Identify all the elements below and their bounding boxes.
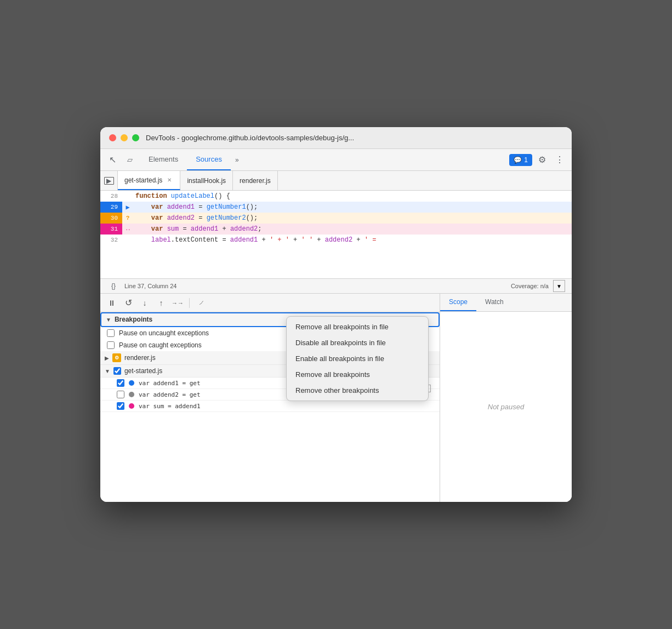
toolbar-separator — [189, 298, 190, 308]
status-right: Coverage: n/a ▼ — [511, 280, 565, 292]
get-started-file-checkbox[interactable] — [113, 367, 121, 375]
pause-caught-label: Pause on caught exceptions — [119, 341, 202, 349]
bp3-color — [129, 403, 134, 409]
more-tabs-button[interactable]: » — [231, 149, 243, 170]
code-line-30: 30 ? var addend2 = getNumber2(); — [100, 213, 572, 224]
pause-icon: ⏸ — [108, 299, 116, 307]
debug-toolbar: ⏸ ↺ ↓ ↑ →→ ⟋ — [100, 294, 440, 312]
context-menu-item-2[interactable]: Disable all breakpoints in file — [287, 335, 428, 351]
cursor-position: Line 37, Column 24 — [124, 283, 176, 289]
badge-count: 1 — [524, 156, 528, 164]
scope-content: Not paused — [440, 312, 572, 502]
tab-elements[interactable]: Elements — [140, 149, 187, 170]
device-toggle-button[interactable]: ▱ — [122, 152, 138, 168]
step-over-button[interactable]: ↺ — [121, 296, 135, 310]
traffic-lights — [109, 134, 139, 141]
panel-toggle-button[interactable]: ▶ — [100, 171, 118, 191]
context-menu: Remove all breakpoints in file Disable a… — [286, 316, 429, 401]
bp3-code: var sum = addend1 — [139, 403, 201, 410]
bp2-checkbox[interactable] — [117, 391, 124, 398]
deactivate-icon: ⟋ — [198, 299, 205, 307]
context-menu-item-3[interactable]: Enable all breakpoints in file — [287, 351, 428, 367]
pause-uncaught-label: Pause on uncaught exceptions — [119, 329, 209, 337]
section-toggle-icon: ▼ — [106, 317, 111, 323]
pause-caught-checkbox[interactable] — [107, 341, 115, 349]
code-line-28: 28 function updateLabel() { — [100, 191, 572, 202]
breakpoints-title: Breakpoints — [115, 316, 152, 323]
scope-tabs: Scope Watch — [440, 294, 572, 312]
context-menu-item-4[interactable]: Remove all breakpoints — [287, 367, 428, 382]
step-over-icon: ↺ — [125, 298, 132, 308]
toolbar-right: 💬 1 ⚙ ⋮ — [509, 152, 567, 168]
dropdown-icon: ▼ — [556, 283, 562, 289]
main-toolbar: ↖ ▱ Elements Sources » 💬 1 ⚙ ⋮ — [100, 149, 572, 171]
step-into-icon: ↓ — [143, 299, 147, 307]
devtools-window: DevTools - googlechrome.github.io/devtoo… — [100, 127, 572, 502]
step-out-icon: ↑ — [160, 299, 163, 307]
tab-sources[interactable]: Sources — [187, 149, 231, 170]
step-button[interactable]: →→ — [170, 296, 185, 310]
context-menu-item-5[interactable]: Remove other breakpoints — [287, 382, 428, 398]
notifications-button[interactable]: 💬 1 — [509, 154, 532, 166]
gear-icon: ⚙ — [538, 155, 546, 165]
get-started-filename: get-started.js — [124, 367, 162, 375]
format-button[interactable]: {} — [107, 279, 120, 293]
renderer-filename: renderer.js — [124, 354, 156, 362]
bp2-color — [129, 392, 134, 397]
step-into-button[interactable]: ↓ — [138, 296, 152, 310]
step-icon: →→ — [172, 300, 184, 306]
bp1-checkbox[interactable] — [117, 379, 124, 387]
file-tab-renderer[interactable]: renderer.js — [233, 171, 278, 190]
bottom-panel: ⏸ ↺ ↓ ↑ →→ ⟋ — [100, 294, 572, 502]
ellipsis-icon: ⋮ — [555, 155, 564, 165]
more-options-button[interactable]: ⋮ — [552, 152, 567, 168]
sources-panel: ▶ get-started.js ✕ installHook.js render… — [100, 171, 572, 502]
minimize-button[interactable] — [121, 134, 128, 141]
pause-uncaught-checkbox[interactable] — [107, 329, 115, 337]
status-bar: {} Line 37, Column 24 Coverage: n/a ▼ — [100, 278, 572, 294]
code-editor: 28 function updateLabel() { 29 ▶ var add… — [100, 191, 572, 278]
file-tab-installhook[interactable]: installHook.js — [180, 171, 233, 190]
collapse-icon: ▼ — [105, 368, 110, 374]
titlebar: DevTools - googlechrome.github.io/devtoo… — [100, 127, 572, 149]
device-icon: ▱ — [127, 156, 133, 164]
file-tab-get-started[interactable]: get-started.js ✕ — [118, 171, 180, 190]
scope-panel: Scope Watch Not paused — [440, 294, 572, 502]
expand-icon: ▶ — [105, 355, 109, 361]
file-tabs: ▶ get-started.js ✕ installHook.js render… — [100, 171, 572, 191]
settings-button[interactable]: ⚙ — [534, 152, 550, 168]
context-menu-item-1[interactable]: Remove all breakpoints in file — [287, 319, 428, 335]
close-button[interactable] — [109, 134, 116, 141]
format-icon: {} — [111, 282, 116, 290]
code-line-32: 32 label.textContent = addend1 + ' + ' +… — [100, 235, 572, 245]
panel-icon: ▶ — [104, 177, 114, 185]
breakpoint-item-3: var sum = addend1 — [100, 401, 440, 412]
tab-scope[interactable]: Scope — [440, 294, 476, 311]
bp1-code: var addend1 = get — [139, 380, 201, 387]
pause-button[interactable]: ⏸ — [105, 296, 119, 310]
get-started-section: ▼ get-started.js ▼ var addend1 = get — [100, 365, 440, 412]
cursor-tool-button[interactable]: ↖ — [105, 152, 120, 168]
chevron-right-icon: » — [235, 156, 239, 164]
coverage-text: Coverage: n/a — [511, 283, 549, 289]
status-left: {} Line 37, Column 24 — [107, 279, 511, 293]
step-out-button[interactable]: ↑ — [154, 296, 168, 310]
coverage-dropdown-button[interactable]: ▼ — [553, 280, 565, 292]
not-paused-text: Not paused — [488, 403, 525, 411]
cursor-icon: ↖ — [109, 155, 116, 165]
code-line-29: 29 ▶ var addend1 = getNumber1(); — [100, 202, 572, 213]
close-tab-button[interactable]: ✕ — [166, 176, 173, 184]
chat-icon: 💬 — [514, 156, 522, 164]
debug-panel: ⏸ ↺ ↓ ↑ →→ ⟋ — [100, 294, 440, 502]
file-icon: ⚙ — [112, 353, 121, 362]
tab-watch[interactable]: Watch — [476, 294, 512, 311]
bp2-code: var addend2 = get — [139, 391, 201, 398]
code-line-31: 31 .. var sum = addend1 + addend2; — [100, 224, 572, 235]
bp1-color — [129, 380, 134, 386]
window-title: DevTools - googlechrome.github.io/devtoo… — [146, 134, 354, 142]
bp3-checkbox[interactable] — [117, 402, 124, 410]
main-tabs: Elements Sources » — [140, 149, 507, 170]
deactivate-breakpoints-button[interactable]: ⟋ — [194, 296, 208, 310]
maximize-button[interactable] — [132, 134, 139, 141]
